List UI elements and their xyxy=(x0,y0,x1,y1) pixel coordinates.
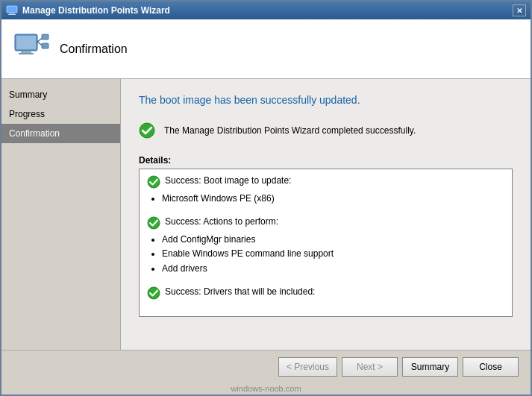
title-bar: Manage Distribution Points Wizard ✕ xyxy=(1,1,531,19)
next-button[interactable]: Next > xyxy=(342,357,398,377)
sidebar-item-confirmation[interactable]: Confirmation xyxy=(1,124,120,143)
completion-message: The Manage Distribution Points Wizard co… xyxy=(139,118,513,143)
details-section: Details: Success: Boot image to update: xyxy=(139,155,513,317)
close-window-button[interactable]: ✕ xyxy=(513,4,526,16)
detail-check-icon-2 xyxy=(147,216,160,230)
success-title: The boot image has been successfully upd… xyxy=(139,94,513,106)
svg-rect-1 xyxy=(9,13,15,14)
list-item: Add drivers xyxy=(162,262,504,276)
list-item: Microsoft Windows PE (x86) xyxy=(162,192,504,206)
wizard-body: Summary Progress Confirmation The boot i… xyxy=(1,79,531,350)
wizard-header-icon xyxy=(13,31,49,67)
details-label: Details: xyxy=(139,155,513,166)
window-title: Manage Distribution Points Wizard xyxy=(22,5,170,16)
watermark: windows-noob.com xyxy=(1,383,531,395)
previous-button[interactable]: < Previous xyxy=(278,357,337,377)
detail-check-icon-1 xyxy=(147,175,160,189)
wizard-header: Confirmation xyxy=(1,19,531,79)
detail-row-3: Success: Drivers that will be included: xyxy=(147,286,504,300)
detail-row-1: Success: Boot image to update: xyxy=(147,175,504,189)
detail-section-3-title: Success: Drivers that will be included: xyxy=(165,286,315,297)
detail-section-2-bullets: Add ConfigMgr binaries Enable Windows PE… xyxy=(147,233,504,276)
list-item: Add ConfigMgr binaries xyxy=(162,233,504,247)
sidebar: Summary Progress Confirmation xyxy=(1,79,121,350)
wizard-footer: < Previous Next > Summary Close xyxy=(1,350,531,383)
completion-check-icon xyxy=(139,122,155,139)
wizard-header-title: Confirmation xyxy=(60,43,128,56)
svg-rect-2 xyxy=(8,14,16,15)
sidebar-item-progress[interactable]: Progress xyxy=(1,104,120,124)
sidebar-item-summary[interactable]: Summary xyxy=(1,85,120,104)
main-content: The boot image has been successfully upd… xyxy=(121,79,531,350)
svg-rect-0 xyxy=(7,6,17,13)
detail-section-1-title: Success: Boot image to update: xyxy=(165,175,291,186)
detail-check-icon-3 xyxy=(147,286,160,300)
detail-row-2: Success: Actions to perform: xyxy=(147,216,504,230)
svg-rect-4 xyxy=(16,36,36,49)
wizard-window: Manage Distribution Points Wizard ✕ Conf… xyxy=(0,0,532,396)
detail-section-2-title: Success: Actions to perform: xyxy=(165,216,278,227)
summary-button[interactable]: Summary xyxy=(402,357,458,377)
svg-rect-5 xyxy=(21,51,31,53)
title-bar-left: Manage Distribution Points Wizard xyxy=(6,4,170,16)
window-icon xyxy=(6,4,18,16)
detail-section-1-bullets: Microsoft Windows PE (x86) xyxy=(147,192,504,206)
close-button[interactable]: Close xyxy=(463,357,519,377)
detail-section-1: Success: Boot image to update: Microsoft… xyxy=(147,175,504,206)
svg-rect-6 xyxy=(19,53,34,54)
completion-message-text: The Manage Distribution Points Wizard co… xyxy=(164,125,416,136)
details-box: Success: Boot image to update: Microsoft… xyxy=(139,169,513,317)
detail-section-3: Success: Drivers that will be included: xyxy=(147,286,504,300)
detail-section-2: Success: Actions to perform: Add ConfigM… xyxy=(147,216,504,276)
list-item: Enable Windows PE command line support xyxy=(162,247,504,261)
svg-rect-10 xyxy=(42,43,48,48)
svg-rect-9 xyxy=(42,34,48,40)
